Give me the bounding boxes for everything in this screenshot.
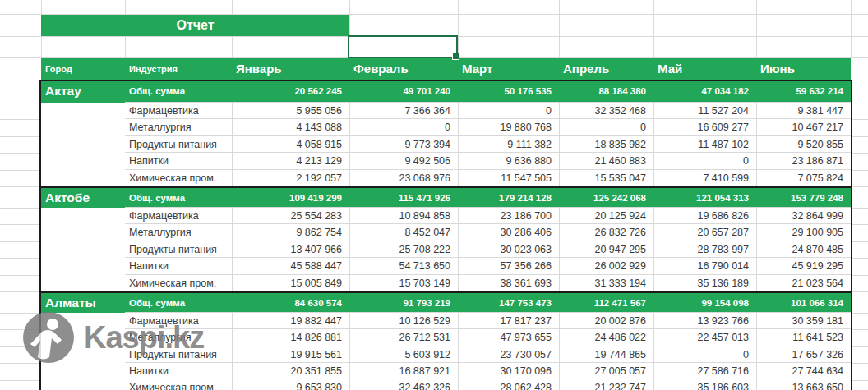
value-cell[interactable]: 23 186 700 — [458, 208, 559, 224]
value-cell[interactable]: 16 887 921 — [349, 363, 458, 379]
city-spacer-cell[interactable] — [41, 224, 125, 241]
column-header-may[interactable]: Май — [653, 58, 756, 80]
value-cell[interactable]: 30 170 096 — [458, 363, 559, 379]
column-header-june[interactable]: Июнь — [756, 58, 851, 80]
value-cell[interactable]: 5 603 912 — [349, 346, 458, 363]
total-value-cell[interactable]: 147 753 473 — [458, 293, 559, 313]
value-cell[interactable]: 35 136 189 — [653, 275, 756, 291]
industry-cell[interactable]: Металлургия — [125, 224, 232, 241]
value-cell[interactable]: 9 636 880 — [458, 153, 559, 169]
total-value-cell[interactable]: 50 176 535 — [458, 81, 559, 103]
value-cell[interactable]: 25 708 222 — [349, 241, 458, 258]
city-spacer-cell[interactable] — [41, 170, 125, 186]
total-value-cell[interactable]: 125 242 068 — [559, 188, 653, 208]
industry-cell[interactable]: Продукты питания — [125, 136, 232, 153]
city-spacer-cell[interactable] — [41, 275, 125, 291]
city-spacer-cell[interactable] — [41, 329, 125, 346]
column-header-industry[interactable]: Индустрия — [125, 58, 232, 80]
value-cell[interactable]: 29 100 905 — [756, 224, 851, 241]
value-cell[interactable]: 4 213 129 — [232, 153, 349, 169]
value-cell[interactable]: 21 460 883 — [559, 153, 653, 169]
value-cell[interactable]: 17 817 237 — [458, 313, 559, 329]
city-spacer-cell[interactable] — [41, 379, 125, 390]
value-cell[interactable]: 9 520 855 — [756, 136, 851, 153]
value-cell[interactable]: 27 586 716 — [653, 363, 756, 379]
value-cell[interactable]: 19 882 447 — [232, 313, 349, 329]
value-cell[interactable]: 7 366 364 — [349, 103, 458, 119]
city-cell[interactable]: Актау — [41, 81, 125, 103]
value-cell[interactable]: 19 915 561 — [232, 346, 349, 363]
total-value-cell[interactable]: 112 471 567 — [559, 293, 653, 313]
value-cell[interactable]: 15 703 149 — [349, 275, 458, 291]
value-cell[interactable]: 9 773 394 — [349, 136, 458, 153]
value-cell[interactable]: 9 111 382 — [458, 136, 559, 153]
value-cell[interactable]: 26 832 726 — [559, 224, 653, 241]
total-value-cell[interactable]: 20 562 245 — [232, 81, 349, 103]
industry-cell[interactable]: Напитки — [125, 258, 232, 274]
total-value-cell[interactable]: 49 701 240 — [349, 81, 458, 103]
total-value-cell[interactable]: 88 184 380 — [559, 81, 653, 103]
column-header-april[interactable]: Апрель — [559, 58, 653, 80]
value-cell[interactable]: 24 870 485 — [756, 241, 851, 258]
total-value-cell[interactable]: 99 154 098 — [653, 293, 756, 313]
industry-cell[interactable]: Продукты питания — [125, 241, 232, 258]
value-cell[interactable]: 15 005 849 — [232, 275, 349, 291]
city-spacer-cell[interactable] — [41, 136, 125, 153]
value-cell[interactable]: 18 835 982 — [559, 136, 653, 153]
value-cell[interactable]: 30 023 063 — [458, 241, 559, 258]
industry-cell[interactable]: Фармацевтика — [125, 103, 232, 119]
city-spacer-cell[interactable] — [41, 119, 125, 135]
column-header-city[interactable]: Город — [41, 58, 125, 80]
value-cell[interactable]: 28 783 997 — [653, 241, 756, 258]
value-cell[interactable]: 10 126 529 — [349, 313, 458, 329]
total-value-cell[interactable]: 84 630 574 — [232, 293, 349, 313]
industry-cell[interactable]: Напитки — [125, 363, 232, 379]
value-cell[interactable]: 19 880 768 — [458, 119, 559, 135]
column-header-february[interactable]: Февраль — [349, 58, 458, 80]
selected-cell[interactable] — [348, 35, 458, 58]
value-cell[interactable]: 20 947 295 — [559, 241, 653, 258]
column-header-march[interactable]: Март — [458, 58, 559, 80]
value-cell[interactable]: 0 — [349, 119, 458, 135]
column-header-january[interactable]: Январь — [232, 58, 349, 80]
industry-cell[interactable]: Фармацевтика — [125, 208, 232, 224]
fill-handle[interactable] — [452, 53, 459, 60]
value-cell[interactable]: 23 068 976 — [349, 170, 458, 186]
value-cell[interactable]: 27 005 057 — [559, 363, 653, 379]
value-cell[interactable]: 23 186 871 — [756, 153, 851, 169]
city-spacer-cell[interactable] — [41, 363, 125, 379]
city-spacer-cell[interactable] — [41, 258, 125, 274]
value-cell[interactable]: 24 486 022 — [559, 329, 653, 346]
industry-cell[interactable]: Химическая пром. — [125, 275, 232, 291]
value-cell[interactable]: 16 790 014 — [653, 258, 756, 274]
value-cell[interactable]: 8 452 047 — [349, 224, 458, 241]
total-value-cell[interactable]: 115 471 926 — [349, 188, 458, 208]
value-cell[interactable]: 0 — [458, 103, 559, 119]
value-cell[interactable]: 25 554 283 — [232, 208, 349, 224]
value-cell[interactable]: 15 535 047 — [559, 170, 653, 186]
industry-cell[interactable]: Химическая пром. — [125, 170, 232, 186]
industry-cell[interactable]: Фармацевтика — [125, 313, 232, 329]
city-spacer-cell[interactable] — [41, 153, 125, 169]
value-cell[interactable]: 11 641 523 — [756, 329, 851, 346]
value-cell[interactable]: 23 730 057 — [458, 346, 559, 363]
value-cell[interactable]: 32 352 468 — [559, 103, 653, 119]
total-label-cell[interactable]: Общ. сумма — [125, 293, 232, 313]
value-cell[interactable]: 9 653 830 — [232, 379, 349, 390]
value-cell[interactable]: 20 125 924 — [559, 208, 653, 224]
value-cell[interactable]: 9 492 506 — [349, 153, 458, 169]
value-cell[interactable]: 45 919 295 — [756, 258, 851, 274]
industry-cell[interactable]: Металлургия — [125, 119, 232, 135]
value-cell[interactable]: 9 862 754 — [232, 224, 349, 241]
value-cell[interactable]: 0 — [653, 153, 756, 169]
value-cell[interactable]: 31 333 194 — [559, 275, 653, 291]
total-value-cell[interactable]: 179 214 128 — [458, 188, 559, 208]
value-cell[interactable]: 13 923 766 — [653, 313, 756, 329]
value-cell[interactable]: 17 657 326 — [756, 346, 851, 363]
value-cell[interactable]: 32 462 326 — [349, 379, 458, 390]
total-value-cell[interactable]: 59 632 214 — [756, 81, 851, 103]
value-cell[interactable]: 26 712 531 — [349, 329, 458, 346]
value-cell[interactable]: 11 547 505 — [458, 170, 559, 186]
total-value-cell[interactable]: 109 419 299 — [232, 188, 349, 208]
value-cell[interactable]: 54 713 650 — [349, 258, 458, 274]
